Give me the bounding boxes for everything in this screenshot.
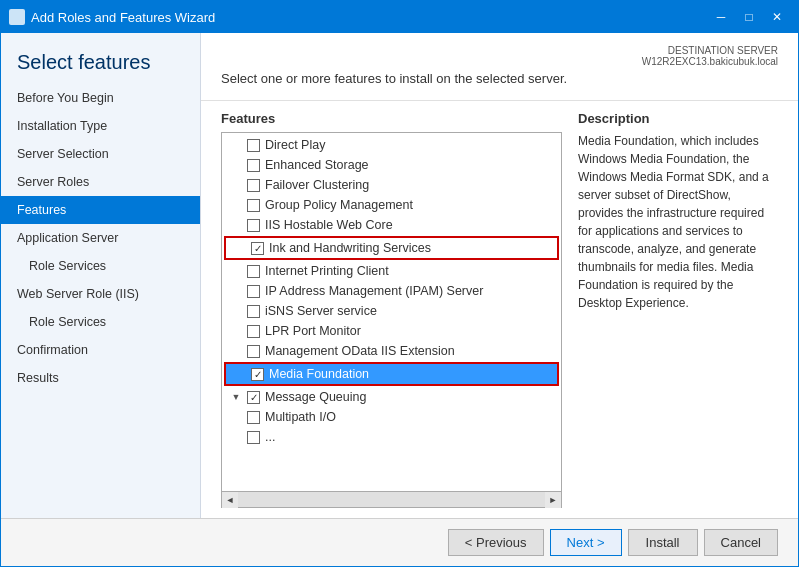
feature-item[interactable]: LPR Port Monitor: [222, 321, 561, 341]
expand-icon: [230, 305, 242, 317]
feature-checkbox[interactable]: [247, 411, 260, 424]
feature-label: Management OData IIS Extension: [265, 344, 455, 358]
expand-icon: [230, 345, 242, 357]
feature-label: Direct Play: [265, 138, 325, 152]
scroll-right-btn[interactable]: ►: [545, 492, 561, 508]
sidebar-item-features[interactable]: Features: [1, 196, 200, 224]
feature-label: Internet Printing Client: [265, 264, 389, 278]
feature-label: Media Foundation: [269, 367, 369, 381]
main-description: Select one or more features to install o…: [221, 71, 778, 86]
main-body: Features Direct PlayEnhanced StorageFail…: [201, 101, 798, 518]
feature-item[interactable]: IP Address Management (IPAM) Server: [222, 281, 561, 301]
feature-item[interactable]: Management OData IIS Extension: [222, 341, 561, 361]
expand-icon: [230, 411, 242, 423]
description-text: Media Foundation, which includes Windows…: [578, 132, 778, 312]
feature-checkbox[interactable]: [247, 139, 260, 152]
wizard-icon: [9, 9, 25, 25]
expand-icon: [234, 242, 246, 254]
expand-icon[interactable]: ▼: [230, 391, 242, 403]
expand-icon: [230, 179, 242, 191]
feature-label: IP Address Management (IPAM) Server: [265, 284, 483, 298]
feature-label: Multipath I/O: [265, 410, 336, 424]
sidebar-item-before-you-begin[interactable]: Before You Begin: [1, 84, 200, 112]
feature-item[interactable]: ✓Ink and Handwriting Services: [224, 236, 559, 260]
sidebar-item-installation-type[interactable]: Installation Type: [1, 112, 200, 140]
feature-label: Message Queuing: [265, 390, 366, 404]
expand-icon: [230, 199, 242, 211]
sidebar: Select features Before You BeginInstalla…: [1, 33, 201, 518]
feature-item[interactable]: Direct Play: [222, 135, 561, 155]
sidebar-item-server-selection[interactable]: Server Selection: [1, 140, 200, 168]
feature-item[interactable]: ✓Media Foundation: [224, 362, 559, 386]
feature-label: Group Policy Management: [265, 198, 413, 212]
feature-checkbox[interactable]: [247, 199, 260, 212]
description-label: Description: [578, 111, 778, 126]
feature-item[interactable]: IIS Hostable Web Core: [222, 215, 561, 235]
restore-button[interactable]: □: [736, 7, 762, 27]
feature-label: Ink and Handwriting Services: [269, 241, 431, 255]
feature-label: iSNS Server service: [265, 304, 377, 318]
expand-icon: [230, 325, 242, 337]
expand-icon: [230, 431, 242, 443]
close-button[interactable]: ✕: [764, 7, 790, 27]
previous-button[interactable]: < Previous: [448, 529, 544, 556]
feature-checkbox[interactable]: [247, 285, 260, 298]
feature-checkbox[interactable]: [247, 219, 260, 232]
sidebar-item-web-server-role-(iis)[interactable]: Web Server Role (IIS): [1, 280, 200, 308]
feature-checkbox[interactable]: [247, 345, 260, 358]
destination-server: DESTINATION SERVER W12R2EXC13.bakicubuk.…: [221, 45, 778, 67]
feature-label: Failover Clustering: [265, 178, 369, 192]
feature-checkbox[interactable]: [247, 325, 260, 338]
feature-item[interactable]: iSNS Server service: [222, 301, 561, 321]
feature-item[interactable]: Internet Printing Client: [222, 261, 561, 281]
feature-item[interactable]: ▼✓Message Queuing: [222, 387, 561, 407]
features-panel: Features Direct PlayEnhanced StorageFail…: [221, 111, 562, 508]
feature-label: IIS Hostable Web Core: [265, 218, 393, 232]
content-area: Select features Before You BeginInstalla…: [1, 33, 798, 518]
cancel-button[interactable]: Cancel: [704, 529, 778, 556]
feature-checkbox[interactable]: [247, 179, 260, 192]
expand-icon: [230, 139, 242, 151]
features-label: Features: [221, 111, 562, 126]
feature-item[interactable]: Multipath I/O: [222, 407, 561, 427]
next-button[interactable]: Next >: [550, 529, 622, 556]
description-panel: Description Media Foundation, which incl…: [578, 111, 778, 508]
features-list: Direct PlayEnhanced StorageFailover Clus…: [222, 133, 561, 449]
expand-icon: [230, 285, 242, 297]
title-bar: Add Roles and Features Wizard ─ □ ✕: [1, 1, 798, 33]
sidebar-item-confirmation[interactable]: Confirmation: [1, 336, 200, 364]
feature-checkbox[interactable]: [247, 431, 260, 444]
feature-checkbox[interactable]: ✓: [251, 242, 264, 255]
feature-label: LPR Port Monitor: [265, 324, 361, 338]
minimize-button[interactable]: ─: [708, 7, 734, 27]
title-bar-controls: ─ □ ✕: [708, 7, 790, 27]
sidebar-item-application-server[interactable]: Application Server: [1, 224, 200, 252]
feature-item[interactable]: Enhanced Storage: [222, 155, 561, 175]
expand-icon: [230, 219, 242, 231]
feature-checkbox[interactable]: [247, 265, 260, 278]
feature-checkbox[interactable]: ✓: [247, 391, 260, 404]
title-bar-left: Add Roles and Features Wizard: [9, 9, 215, 25]
sidebar-item-results[interactable]: Results: [1, 364, 200, 392]
expand-icon: [230, 265, 242, 277]
feature-checkbox[interactable]: ✓: [251, 368, 264, 381]
destination-value: W12R2EXC13.bakicubuk.local: [642, 56, 778, 67]
feature-checkbox[interactable]: [247, 159, 260, 172]
destination-label: DESTINATION SERVER: [668, 45, 778, 56]
sidebar-item-role-services[interactable]: Role Services: [1, 252, 200, 280]
main-window: Add Roles and Features Wizard ─ □ ✕ Sele…: [0, 0, 799, 567]
scroll-left-btn[interactable]: ◄: [222, 492, 238, 508]
features-list-container[interactable]: Direct PlayEnhanced StorageFailover Clus…: [221, 132, 562, 492]
feature-item[interactable]: ...: [222, 427, 561, 447]
feature-item[interactable]: Failover Clustering: [222, 175, 561, 195]
install-button[interactable]: Install: [628, 529, 698, 556]
feature-label: ...: [265, 430, 275, 444]
feature-item[interactable]: Group Policy Management: [222, 195, 561, 215]
window-title: Add Roles and Features Wizard: [31, 10, 215, 25]
sidebar-item-role-services[interactable]: Role Services: [1, 308, 200, 336]
feature-checkbox[interactable]: [247, 305, 260, 318]
sidebar-item-server-roles[interactable]: Server Roles: [1, 168, 200, 196]
expand-icon: [230, 159, 242, 171]
sidebar-header: Select features: [1, 33, 200, 84]
main-top: DESTINATION SERVER W12R2EXC13.bakicubuk.…: [201, 33, 798, 101]
